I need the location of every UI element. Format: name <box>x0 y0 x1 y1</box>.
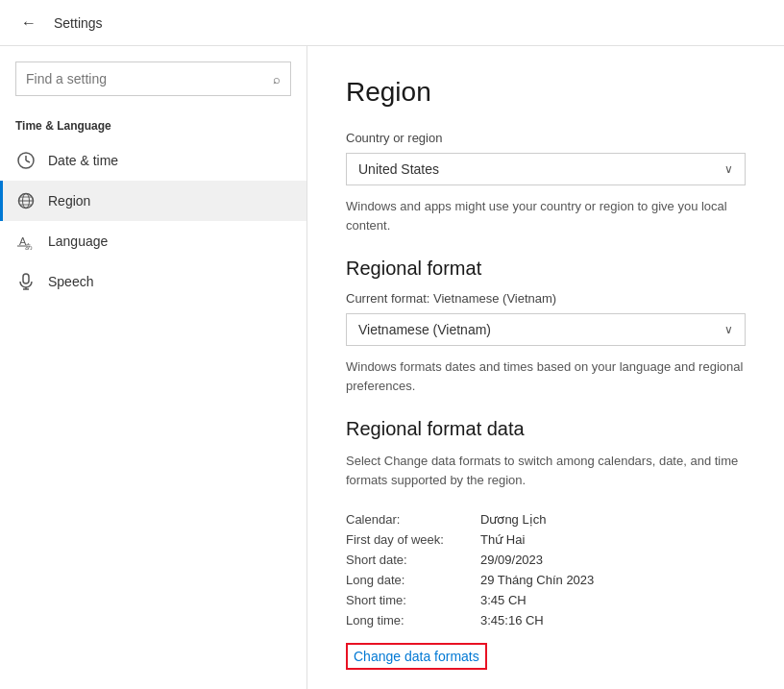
app-window: ← Settings ⌕ Time & Language Date & time <box>0 0 784 689</box>
format-data-table: Calendar: Dương Lịch First day of week: … <box>346 512 746 627</box>
country-description: Windows and apps might use your country … <box>346 197 746 234</box>
long-date-key: Long date: <box>346 573 480 587</box>
table-row: Short date: 29/09/2023 <box>346 553 746 567</box>
sidebar-item-date-time[interactable]: Date & time <box>0 140 306 181</box>
regional-format-value: Vietnamese (Vietnam) <box>358 322 491 337</box>
regional-format-title: Regional format <box>346 258 746 280</box>
main-layout: ⌕ Time & Language Date & time <box>0 46 784 689</box>
table-row: Short time: 3:45 CH <box>346 593 746 607</box>
search-icon: ⌕ <box>273 72 281 86</box>
short-time-key: Short time: <box>346 593 480 607</box>
sidebar: ⌕ Time & Language Date & time <box>0 46 307 689</box>
long-time-key: Long time: <box>346 613 480 627</box>
sidebar-item-label-speech: Speech <box>48 274 93 289</box>
country-field-label: Country or region <box>346 131 746 145</box>
back-icon: ← <box>21 14 37 32</box>
country-dropdown-arrow: ∨ <box>724 162 733 176</box>
speech-icon <box>15 271 37 292</box>
page-title: Region <box>346 77 746 108</box>
change-data-formats-link[interactable]: Change data formats <box>346 643 487 670</box>
long-time-value: 3:45:16 CH <box>480 613 544 627</box>
first-day-value: Thứ Hai <box>480 532 525 547</box>
first-day-key: First day of week: <box>346 532 480 547</box>
regional-format-arrow: ∨ <box>724 323 733 336</box>
short-date-key: Short date: <box>346 553 480 567</box>
svg-text:あ: あ <box>25 242 33 250</box>
content-area: Region Country or region United States ∨… <box>307 46 784 689</box>
table-row: Long time: 3:45:16 CH <box>346 613 746 627</box>
regional-format-description: Windows formats dates and times based on… <box>346 357 746 395</box>
calendar-key: Calendar: <box>346 512 480 527</box>
search-input[interactable] <box>26 71 273 86</box>
calendar-value: Dương Lịch <box>480 512 546 527</box>
sidebar-item-label-region: Region <box>48 193 90 209</box>
title-bar: ← Settings <box>0 0 784 46</box>
svg-line-2 <box>26 160 30 162</box>
short-date-value: 29/09/2023 <box>480 553 543 567</box>
long-date-value: 29 Tháng Chín 2023 <box>480 573 594 587</box>
back-button[interactable]: ← <box>15 10 42 37</box>
regional-format-data-title: Regional format data <box>346 418 746 440</box>
sidebar-item-speech[interactable]: Speech <box>0 261 306 302</box>
country-dropdown[interactable]: United States ∨ <box>346 153 746 185</box>
table-row: Calendar: Dương Lịch <box>346 512 746 527</box>
table-row: First day of week: Thứ Hai <box>346 532 746 547</box>
language-icon: A あ <box>15 231 37 252</box>
regional-format-dropdown[interactable]: Vietnamese (Vietnam) ∨ <box>346 313 746 346</box>
app-title: Settings <box>54 15 103 31</box>
region-icon <box>15 190 37 211</box>
sidebar-item-label-language: Language <box>48 234 108 249</box>
sidebar-item-language[interactable]: A あ Language <box>0 221 306 261</box>
current-format-label: Current format: Vietnamese (Vietnam) <box>346 291 746 306</box>
country-dropdown-value: United States <box>358 161 439 177</box>
sidebar-section-label: Time & Language <box>0 111 306 140</box>
date-time-icon <box>15 150 37 171</box>
sidebar-item-region[interactable]: Region <box>0 181 306 221</box>
regional-format-data-description: Select Change data formats to switch amo… <box>346 452 746 489</box>
table-row: Long date: 29 Tháng Chín 2023 <box>346 573 746 587</box>
short-time-value: 3:45 CH <box>480 593 527 607</box>
sidebar-item-label-date-time: Date & time <box>48 153 118 168</box>
svg-rect-11 <box>23 274 29 283</box>
search-box[interactable]: ⌕ <box>15 62 291 96</box>
